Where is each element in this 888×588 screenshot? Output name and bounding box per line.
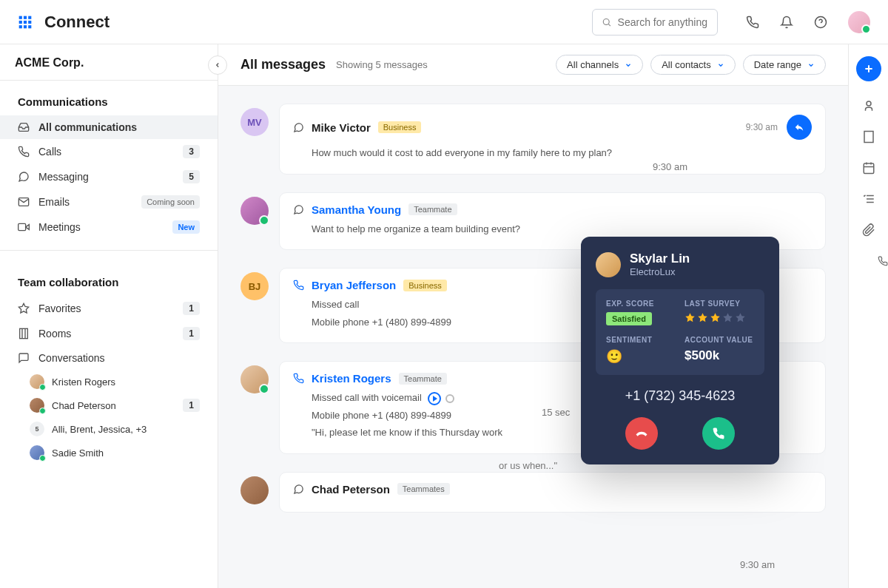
filter-label: All channels xyxy=(567,59,619,70)
svg-rect-26 xyxy=(864,163,874,174)
nav-rooms[interactable]: Rooms 1 xyxy=(0,321,218,346)
convo-label: Sadie Smith xyxy=(52,447,200,459)
svg-rect-6 xyxy=(19,25,22,28)
play-voicemail-button[interactable] xyxy=(428,392,441,405)
sender-avatar xyxy=(240,365,269,393)
page-title: All messages xyxy=(240,57,326,72)
star-icon xyxy=(697,312,708,323)
count-badge: 1 xyxy=(183,399,200,412)
filter-channels[interactable]: All channels xyxy=(556,55,643,75)
apps-grid-icon[interactable] xyxy=(18,15,33,30)
help-icon[interactable] xyxy=(814,16,827,29)
svg-point-9 xyxy=(603,18,609,24)
count-badge: 3 xyxy=(183,145,200,158)
svg-rect-8 xyxy=(28,25,31,28)
filter-contacts[interactable]: All contacts xyxy=(650,55,735,75)
nav-label: Calls xyxy=(38,146,183,158)
sender-avatar xyxy=(240,197,269,225)
caller-name: Skylar Lin xyxy=(630,251,690,266)
nav-label: Meetings xyxy=(38,221,168,233)
sender-name[interactable]: Chad Peterson xyxy=(312,483,390,496)
calendar-icon[interactable] xyxy=(862,161,875,175)
scrubber[interactable] xyxy=(445,394,454,403)
page-subtitle: Showing 5 messages xyxy=(336,59,428,70)
collapse-sidebar-button[interactable] xyxy=(208,55,227,75)
star-rating xyxy=(684,312,754,323)
mail-icon xyxy=(18,196,30,208)
phone-icon[interactable] xyxy=(878,254,888,268)
incoming-call-popup: Skylar Lin ElectroLux EXP. SCORE Satisfi… xyxy=(581,237,779,464)
message-row[interactable]: Chad PetersonTeammates xyxy=(240,472,826,513)
chat-icon xyxy=(293,484,304,495)
caller-company: ElectroLux xyxy=(630,266,690,277)
count-badge: 1 xyxy=(183,302,200,315)
svg-marker-37 xyxy=(736,314,745,322)
bg-duration: 15 sec xyxy=(542,407,570,418)
avatar xyxy=(30,445,44,460)
phone-icon xyxy=(293,373,304,384)
nav-conversations[interactable]: Conversations xyxy=(0,346,218,370)
sender-name[interactable]: Mike Victor xyxy=(312,121,371,134)
phone-icon xyxy=(293,280,304,291)
section-communications: Communications xyxy=(0,81,218,115)
tasks-icon[interactable] xyxy=(862,192,875,206)
main-header: All messages Showing 5 messages All chan… xyxy=(218,44,848,86)
svg-rect-15 xyxy=(18,223,26,230)
sender-name[interactable]: Bryan Jefferson xyxy=(312,279,396,291)
bg-time2: 9:30 am xyxy=(740,559,775,570)
building-icon[interactable] xyxy=(862,130,875,143)
convo-kristen[interactable]: Kristen Rogers xyxy=(0,370,218,393)
svg-rect-7 xyxy=(24,25,27,28)
sender-name[interactable]: Samantha Young xyxy=(312,203,401,216)
convo-chad[interactable]: Chad Peterson 1 xyxy=(0,393,218,417)
bell-icon[interactable] xyxy=(780,16,793,29)
compose-button[interactable] xyxy=(856,56,881,81)
svg-point-22 xyxy=(867,101,871,106)
nav-calls[interactable]: Calls 3 xyxy=(0,139,218,164)
message-card: Mike VictorBusiness9:30 amHow much would… xyxy=(279,104,826,175)
convo-sadie[interactable]: Sadie Smith xyxy=(0,441,218,464)
star-icon xyxy=(684,312,696,323)
chat-icon xyxy=(293,204,304,215)
star-icon xyxy=(722,312,733,323)
hangup-icon xyxy=(635,427,648,440)
sender-name[interactable]: Kristen Rogers xyxy=(312,372,391,385)
nav-label: Conversations xyxy=(38,352,200,364)
nav-emails[interactable]: Emails Coming soon xyxy=(0,189,218,214)
brand-title: Connect xyxy=(44,13,110,32)
account-value-label: ACCOUNT VALUE xyxy=(684,336,754,344)
chat-stack-icon xyxy=(18,352,30,364)
star-icon xyxy=(735,312,746,323)
bg-time: 9:30 am xyxy=(653,161,687,172)
search-box[interactable] xyxy=(592,9,718,36)
decline-call-button[interactable] xyxy=(625,417,658,450)
accept-call-button[interactable] xyxy=(702,417,735,450)
star-icon xyxy=(18,303,30,314)
svg-rect-17 xyxy=(20,328,28,338)
user-icon[interactable] xyxy=(862,99,875,112)
nav-favorites[interactable]: Favorites 1 xyxy=(0,296,218,321)
attachment-icon[interactable] xyxy=(862,223,875,237)
sentiment-label: SENTIMENT xyxy=(606,336,676,344)
nav-all-communications[interactable]: All communications xyxy=(0,115,218,139)
reply-icon xyxy=(794,122,804,132)
nav-label: Rooms xyxy=(38,328,183,339)
sender-tag: Teammates xyxy=(397,483,450,495)
message-time: 9:30 am xyxy=(746,122,778,132)
phone-icon[interactable] xyxy=(746,16,759,29)
svg-marker-35 xyxy=(710,314,720,322)
svg-rect-23 xyxy=(864,132,873,143)
reply-button[interactable] xyxy=(787,115,812,140)
chevron-down-icon xyxy=(625,61,632,69)
building-icon xyxy=(18,328,30,339)
coming-soon-badge: Coming soon xyxy=(141,195,200,209)
filter-label: All contacts xyxy=(662,59,710,70)
message-line: Want to help me organize a team building… xyxy=(312,222,812,237)
nav-meetings[interactable]: Meetings New xyxy=(0,214,218,240)
search-input[interactable] xyxy=(618,16,708,28)
filter-daterange[interactable]: Date range xyxy=(743,55,826,75)
convo-group[interactable]: 5 Alli, Brent, Jessica, +3 xyxy=(0,417,218,441)
user-avatar[interactable] xyxy=(848,11,870,33)
message-row[interactable]: MVMike VictorBusiness9:30 amHow much wou… xyxy=(240,104,826,175)
nav-messaging[interactable]: Messaging 5 xyxy=(0,164,218,189)
